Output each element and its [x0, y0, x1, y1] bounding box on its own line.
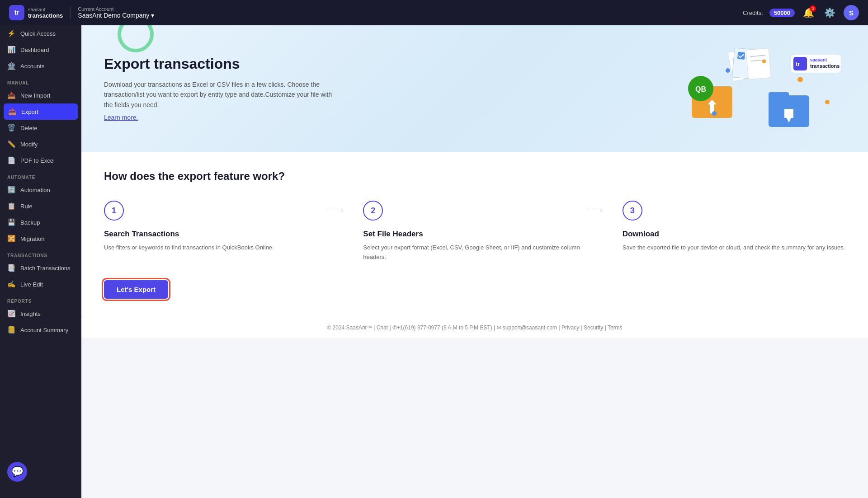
main-content: Export transactions Download your transa… [81, 25, 868, 498]
app-header: tr saasant transactions Current Account … [0, 0, 868, 25]
sidebar-item-migration[interactable]: 🔀 Migration [0, 230, 81, 247]
svg-text:QB: QB [695, 85, 706, 93]
hero-content: Export transactions Download your transa… [104, 56, 339, 122]
notification-badge: 0 [810, 5, 816, 12]
sidebar-item-accounts[interactable]: 🏦 Accounts [0, 58, 81, 74]
automation-icon: 🔄 [7, 186, 16, 194]
sidebar-item-insights[interactable]: 📈 Insights [0, 305, 81, 322]
sidebar-item-label: Account Summary [20, 327, 68, 334]
user-avatar[interactable]: S [844, 5, 859, 20]
app-layout: ⚡ Quick Access 📊 Dashboard 🏦 Accounts MA… [0, 25, 868, 498]
step-3-title: Download [623, 230, 845, 239]
pdf-icon: 📄 [7, 156, 16, 164]
step-1-title: Search Transactions [104, 230, 327, 239]
svg-rect-14 [746, 48, 771, 80]
header-right: Credits: 50000 🔔 0 ⚙️ S [743, 5, 859, 20]
migration-icon: 🔀 [7, 235, 16, 243]
sidebar-item-label: Modify [20, 141, 38, 148]
reports-section-label: REPORTS [0, 292, 81, 305]
step-2: 2 Set File Headers Select your export fo… [363, 201, 586, 262]
hero-banner: Export transactions Download your transa… [81, 25, 868, 152]
sidebar-item-delete[interactable]: 🗑️ Delete [0, 120, 81, 136]
sidebar-item-rule[interactable]: 📋 Rule [0, 198, 81, 214]
rule-icon: 📋 [7, 202, 16, 210]
insights-icon: 📈 [7, 310, 16, 318]
sidebar-item-label: Export [21, 108, 38, 115]
account-info: Current Account SaasAnt Demo Company ▾ [70, 6, 154, 19]
modify-icon: ✏️ [7, 140, 16, 148]
sidebar-item-label: Automation [20, 187, 50, 193]
sidebar-item-automation[interactable]: 🔄 Automation [0, 182, 81, 198]
gear-icon: ⚙️ [824, 8, 835, 18]
sidebar-item-label: Dashboard [20, 47, 49, 53]
sidebar-item-label: Insights [20, 310, 41, 317]
delete-icon: 🗑️ [7, 124, 16, 132]
batch-icon: 📑 [7, 264, 16, 272]
sidebar-item-label: Delete [20, 125, 38, 132]
sidebar-item-batch-transactions[interactable]: 📑 Batch Transactions [0, 260, 81, 276]
sidebar-item-dashboard[interactable]: 📊 Dashboard [0, 42, 81, 58]
step-connector-1: · · · · · › [327, 201, 363, 214]
sidebar-item-export[interactable]: 📤 Export [4, 103, 78, 120]
account-switcher[interactable]: SaasAnt Demo Company ▾ [78, 12, 154, 19]
sidebar-item-label: Rule [20, 203, 33, 210]
sidebar-item-live-edit[interactable]: ✍️ Live Edit [0, 276, 81, 292]
step-2-desc: Select your export format (Excel, CSV, G… [363, 243, 586, 262]
step-2-title: Set File Headers [363, 230, 586, 239]
credits-value: 50000 [769, 9, 795, 17]
svg-text:transactions: transactions [810, 63, 840, 69]
footer-text: © 2024 SaasAnt™ | Chat | ✆+1(619) 377-09… [327, 324, 622, 331]
live-edit-icon: ✍️ [7, 280, 16, 288]
sidebar-item-label: Quick Access [20, 30, 56, 37]
steps-row: 1 Search Transactions Use filters or key… [104, 201, 845, 262]
step-2-number: 2 [363, 201, 383, 221]
account-summary-icon: 📒 [7, 326, 16, 334]
transactions-section-label: TRANSACTIONS [0, 247, 81, 260]
how-title: How does the export feature work? [104, 170, 845, 183]
sidebar-item-label: Accounts [20, 63, 44, 70]
backup-icon: 💾 [7, 218, 16, 226]
svg-point-23 [762, 60, 766, 63]
logo: tr saasant transactions [9, 5, 63, 20]
export-icon: 📤 [8, 108, 17, 116]
lets-export-button[interactable]: Let's Export [104, 280, 168, 299]
svg-point-25 [712, 111, 717, 116]
step-3-header: 3 [623, 201, 845, 221]
sidebar-item-backup[interactable]: 💾 Backup [0, 214, 81, 230]
manual-section-label: MANUAL [0, 74, 81, 87]
sidebar-item-account-summary[interactable]: 📒 Account Summary [0, 322, 81, 338]
sidebar-item-pdf-to-excel[interactable]: 📄 PDF to Excel [0, 152, 81, 169]
svg-point-26 [825, 100, 830, 104]
accounts-icon: 🏦 [7, 62, 16, 70]
sidebar: ⚡ Quick Access 📊 Dashboard 🏦 Accounts MA… [0, 25, 81, 498]
hero-title: Export transactions [104, 56, 339, 72]
quick-access-icon: ⚡ [7, 29, 16, 38]
header-left: tr saasant transactions Current Account … [9, 5, 154, 20]
sidebar-item-label: Backup [20, 219, 40, 226]
step-2-header: 2 [363, 201, 586, 221]
page-footer: © 2024 SaasAnt™ | Chat | ✆+1(619) 377-09… [81, 317, 868, 338]
dashboard-icon: 📊 [7, 46, 16, 54]
step-3-number: 3 [623, 201, 642, 221]
hero-desc: Download your transactions as Excel or C… [104, 80, 339, 110]
chat-button[interactable]: 💬 [7, 462, 27, 482]
sidebar-item-new-import[interactable]: 📥 New Import [0, 87, 81, 103]
step-1-desc: Use filters or keywords to find transact… [104, 243, 327, 253]
learn-more-link[interactable]: Learn more. [104, 114, 138, 121]
how-section: How does the export feature work? 1 Sear… [81, 152, 868, 317]
new-import-icon: 📥 [7, 91, 16, 99]
hero-illustration: QB [656, 43, 845, 134]
svg-point-24 [797, 77, 803, 82]
logo-text: saasant transactions [28, 7, 63, 19]
sidebar-item-label: Batch Transactions [20, 265, 71, 272]
sidebar-item-label: New Import [20, 92, 50, 99]
step-3-desc: Save the exported file to your device or… [623, 243, 845, 253]
sidebar-item-modify[interactable]: ✏️ Modify [0, 136, 81, 152]
sidebar-item-label: PDF to Excel [20, 157, 55, 164]
notification-button[interactable]: 🔔 0 [801, 5, 816, 20]
step-1-header: 1 [104, 201, 327, 221]
settings-button[interactable]: ⚙️ [822, 5, 837, 20]
step-1: 1 Search Transactions Use filters or key… [104, 201, 327, 253]
step-connector-2: · · · · · › [586, 201, 623, 214]
sidebar-item-quick-access[interactable]: ⚡ Quick Access [0, 25, 81, 42]
